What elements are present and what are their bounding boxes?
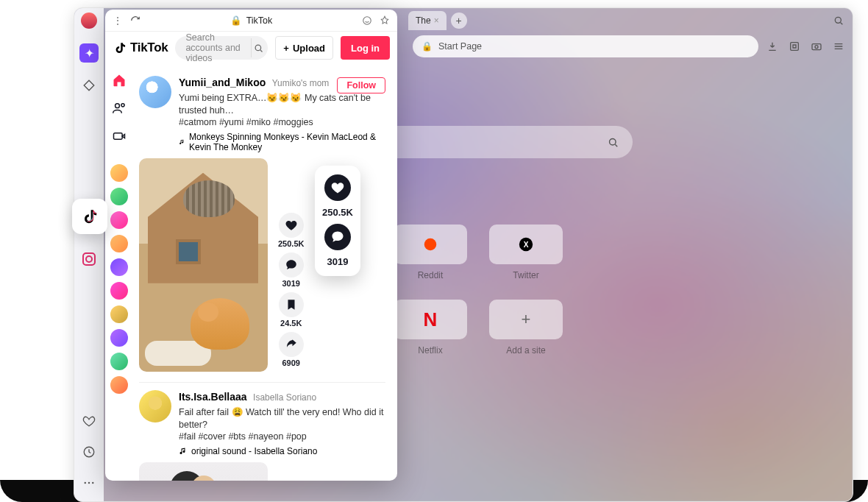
svg-point-16 xyxy=(121,104,124,107)
tiktok-side-nav xyxy=(105,64,133,481)
svg-point-13 xyxy=(363,16,371,24)
svg-point-7 xyxy=(815,46,818,49)
post-avatar[interactable] xyxy=(139,390,171,423)
tabstrip-search-icon[interactable] xyxy=(830,13,847,29)
lock-icon: 🔒 xyxy=(230,15,242,26)
svg-point-3 xyxy=(92,482,93,484)
post-sound[interactable]: Monkeys Spinning Monkeys - Kevin MacLeod… xyxy=(179,132,385,152)
tab-title: The xyxy=(416,15,431,26)
address-text: Start Page xyxy=(438,41,482,52)
tile-label: Reddit xyxy=(418,270,444,280)
svg-text:X: X xyxy=(524,241,529,249)
comment-button[interactable]: 3019 xyxy=(279,252,304,288)
lock-icon: 🔒 xyxy=(421,41,433,52)
post-tags[interactable]: #catmom #yumi #miko #moggies xyxy=(179,117,385,127)
big-comment-button[interactable] xyxy=(324,224,351,250)
extensions-icon[interactable] xyxy=(788,40,801,53)
svg-rect-5 xyxy=(791,43,799,51)
upload-button[interactable]: + Upload xyxy=(275,36,333,60)
post-sound[interactable]: original sound - Isabella Soriano xyxy=(179,446,385,456)
like-button[interactable]: 250.5K xyxy=(278,213,304,248)
post-caption: Yumi being EXTRA…😼😼😼 My cats can't be tr… xyxy=(179,92,385,117)
upload-label: Upload xyxy=(293,43,325,54)
addr-actions xyxy=(766,40,845,53)
floating-action-card: 250.5K 3019 xyxy=(315,166,360,276)
post-username[interactable]: Its.Isa.Bellaaa xyxy=(179,391,247,403)
avatar[interactable] xyxy=(110,353,128,370)
avatar[interactable] xyxy=(110,282,128,300)
svg-point-15 xyxy=(115,104,120,108)
share-button[interactable]: 6909 xyxy=(279,332,304,367)
post-video[interactable] xyxy=(139,158,268,372)
address-bar[interactable]: 🔒 Start Page xyxy=(413,35,758,57)
heart-icon[interactable] xyxy=(81,413,97,429)
plus-icon: + xyxy=(489,300,563,339)
speed-dial-tile-add[interactable]: + Add a site xyxy=(485,300,566,356)
instagram-icon[interactable] xyxy=(82,252,96,266)
tiktok-logo-text: TikTok xyxy=(130,40,168,55)
sound-name: Monkeys Spinning Monkeys - Kevin MacLeod… xyxy=(189,132,385,152)
follow-button[interactable]: Follow xyxy=(337,77,385,93)
netflix-icon: N xyxy=(394,300,467,339)
big-comment-count: 3019 xyxy=(327,256,349,267)
svg-point-9 xyxy=(424,238,437,251)
search-placeholder: Search accounts and videos xyxy=(185,32,250,63)
following-icon[interactable] xyxy=(112,101,127,116)
avatar[interactable] xyxy=(110,258,128,276)
new-tab-button[interactable]: + xyxy=(451,13,467,29)
history-icon[interactable] xyxy=(81,444,97,460)
speed-dial-tile-twitter[interactable]: X Twitter xyxy=(485,225,566,280)
live-icon[interactable] xyxy=(112,129,127,144)
post-actions: 250.5K 3019 24.5K 6909 xyxy=(278,213,304,367)
panel-url-center: 🔒 TikTok xyxy=(230,15,273,26)
avatar[interactable] xyxy=(110,164,128,182)
tiktok-launcher-icon[interactable] xyxy=(72,199,107,234)
post-video[interactable] xyxy=(139,462,268,481)
feed-post: Its.Isa.Bellaaa Isabella Soriano Fail af… xyxy=(139,383,385,481)
post-avatar[interactable] xyxy=(139,76,171,108)
avatar[interactable] xyxy=(110,211,128,229)
svg-point-1 xyxy=(85,482,86,484)
tiktok-logo[interactable]: TikTok xyxy=(113,40,168,55)
snapshot-icon[interactable] xyxy=(810,40,823,53)
avatar[interactable] xyxy=(110,329,128,347)
big-like-button[interactable] xyxy=(324,174,351,201)
twitter-x-icon: X xyxy=(489,225,563,264)
tiktok-search-input[interactable]: Search accounts and videos xyxy=(175,36,268,60)
search-icon[interactable] xyxy=(251,38,266,57)
avatar[interactable] xyxy=(110,235,128,252)
post-tags[interactable]: #fail #cover #bts #nayeon #pop xyxy=(179,431,385,442)
sound-name: original sound - Isabella Soriano xyxy=(191,446,317,456)
post-username[interactable]: Yumii_and_Mikoo xyxy=(179,77,266,88)
workspace-diamond-icon[interactable] xyxy=(81,77,97,93)
tile-label: Netflix xyxy=(418,345,442,356)
panel-url-text: TikTok xyxy=(246,15,273,26)
tab-active[interactable]: The × xyxy=(408,11,447,30)
opera-logo-icon[interactable] xyxy=(81,13,97,29)
avatar[interactable] xyxy=(110,188,128,205)
avatar[interactable] xyxy=(110,376,128,394)
more-dots-icon[interactable] xyxy=(81,475,97,491)
easy-setup-icon[interactable] xyxy=(832,40,845,53)
home-icon[interactable] xyxy=(112,73,127,88)
download-icon[interactable] xyxy=(766,40,779,53)
panel-emoji-icon[interactable] xyxy=(362,15,372,26)
svg-rect-17 xyxy=(114,133,123,139)
svg-point-8 xyxy=(610,138,616,145)
suggested-accounts xyxy=(110,164,128,394)
speed-dial-tile-reddit[interactable]: Reddit xyxy=(390,225,471,280)
svg-rect-6 xyxy=(812,44,821,50)
panel-pin-icon[interactable] xyxy=(380,15,390,26)
workspace-button[interactable]: ✦ xyxy=(79,43,99,63)
svg-point-2 xyxy=(88,482,90,484)
speed-dial-tile-netflix[interactable]: N Netflix xyxy=(390,300,471,356)
panel-menu-dots-icon[interactable]: ⋮ xyxy=(113,15,123,26)
tab-close-icon[interactable]: × xyxy=(434,15,439,26)
bookmark-button[interactable]: 24.5K xyxy=(279,292,304,328)
login-button[interactable]: Log in xyxy=(341,36,390,60)
post-nickname: Isabella Soriano xyxy=(253,392,316,403)
panel-url-bar: ⋮ 🔒 TikTok xyxy=(105,10,397,32)
panel-reload-icon[interactable] xyxy=(130,15,140,26)
tiktok-header: TikTok Search accounts and videos + Uplo… xyxy=(105,32,397,64)
avatar[interactable] xyxy=(110,305,128,323)
